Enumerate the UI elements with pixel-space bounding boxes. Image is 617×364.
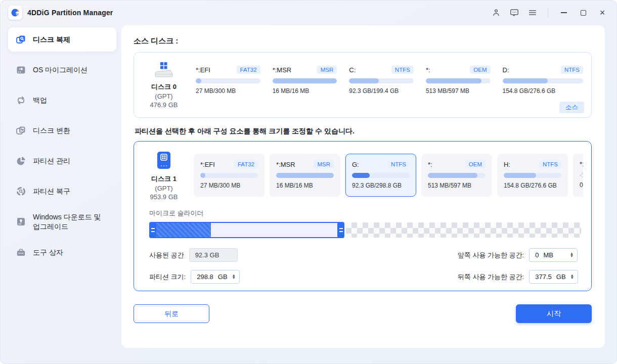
app-title: 4DDiG Partition Manager: [27, 9, 113, 17]
filesystem-badge: FAT32: [237, 66, 260, 74]
partition-label: *:: [426, 66, 430, 74]
filesystem-badge: NTFS: [539, 160, 561, 168]
filesystem-badge: OEM: [465, 160, 486, 168]
partition-label: G:: [352, 161, 359, 168]
menu-icon[interactable]: [527, 8, 538, 18]
windows-update-icon: [15, 216, 26, 228]
size-fields: 사용된 공간 92.3 GB 파티션 크기: 298.8 GB ▲▼: [142, 248, 583, 284]
partition-usage-text: 92.3 GB/298.8 GB: [352, 182, 410, 189]
source-badge: 소스: [559, 102, 584, 113]
partition-label: *:: [428, 161, 432, 168]
target-disk-card: 디스크 1 (GPT) 953.9 GB *:EFI FAT32 27 MB/3…: [134, 141, 592, 291]
partition-size-label: 파티션 크기:: [149, 272, 186, 282]
source-partition-msr: *:MSR MSR 16 MB/16 MB: [273, 66, 337, 95]
maximize-button[interactable]: [578, 7, 589, 18]
backup-icon: [15, 95, 26, 106]
front-space-input[interactable]: 0 MB ▲▼: [529, 248, 578, 262]
main-content: 소스 디스크 : 디스크 0 (GPT) 476.9 GB: [121, 25, 605, 348]
sidebar-item-label: OS 마이그레이션: [33, 65, 87, 75]
partition-label: D:: [503, 66, 509, 74]
titlebar: 4DDiG Partition Manager: [0, 0, 617, 25]
partition-usage-text: 16 MB/16 MB: [273, 87, 337, 95]
target-partition-oem[interactable]: *: OEM 513 MB/597 MB: [421, 154, 492, 197]
partition-usage-text: 27 MB/300 MB: [200, 182, 258, 189]
partition-label: *:MSR: [276, 161, 295, 168]
used-space-label: 사용된 공간: [149, 251, 184, 260]
slider-unallocated-track: [346, 222, 581, 238]
front-space-label: 앞쪽 사용 가능한 공간:: [458, 251, 524, 260]
sidebar-item-partition-recovery[interactable]: 파티션 복구: [8, 179, 116, 203]
instruction-text: 파티션을 선택한 후 아래 구성 요소를 통해 크기를 조정할 수 있습니다.: [135, 127, 592, 136]
feedback-icon[interactable]: [509, 8, 519, 18]
sidebar-item-backup[interactable]: 백업: [8, 88, 116, 112]
partition-usage-bar: [428, 173, 486, 178]
partition-label: H:: [504, 161, 510, 168]
source-partitions: *:EFI FAT32 27 MB/300 MB *:MSR MSR 16 MB…: [196, 61, 583, 95]
filesystem-badge: MSR: [317, 66, 337, 74]
sidebar-item-label: 파티션 복구: [33, 187, 70, 196]
target-partition-efi[interactable]: *:EFI FAT32 27 MB/300 MB: [194, 154, 265, 197]
disk-clone-icon: [15, 34, 26, 45]
slider-right-handle[interactable]: [337, 222, 344, 238]
partition-label: *:EFI: [196, 66, 210, 74]
target-partition-h[interactable]: H: NTFS 154.8 GB/276.6 GB: [497, 154, 568, 197]
partition-usage-bar: [200, 173, 258, 178]
target-disk-icon: [155, 165, 172, 172]
partition-usage-bar: [276, 173, 334, 178]
partition-label: C:: [349, 66, 356, 74]
sidebar-item-partition-manager[interactable]: 파티션 관리: [8, 149, 116, 173]
os-migration-icon: [15, 64, 26, 75]
filesystem-badge: NTFS: [387, 160, 410, 168]
micro-slider: [149, 222, 581, 238]
target-partition-unallocated[interactable]: *: 0 KB,: [573, 154, 583, 197]
filesystem-badge: OEM: [470, 66, 490, 74]
sidebar-item-disk-convert[interactable]: 디스크 변환: [8, 118, 116, 143]
spinner-icon[interactable]: ▲▼: [232, 275, 236, 279]
partition-usage-bar: [504, 173, 561, 178]
source-partition-oem: *: OEM 513 MB/597 MB: [426, 66, 491, 95]
partition-manager-icon: [15, 155, 26, 166]
sidebar-item-windows-update[interactable]: Windows 다운로드 및 업그레이드: [8, 209, 116, 235]
sidebar-item-disk-clone[interactable]: 디스크 복제: [8, 27, 116, 52]
sidebar-item-os-migration[interactable]: OS 마이그레이션: [8, 58, 116, 82]
target-partitions: *:EFI FAT32 27 MB/300 MB *:MSR MSR: [194, 154, 583, 197]
slider-widget[interactable]: [149, 222, 344, 238]
partition-usage-bar: [503, 78, 584, 83]
titlebar-divider: [548, 8, 548, 17]
partition-usage-text: 513 MB/597 MB: [426, 87, 491, 95]
partition-usage-bar: [196, 78, 260, 83]
partition-recovery-icon: [15, 186, 26, 197]
sidebar: 디스크 복제 OS 마이그레이션: [8, 25, 121, 348]
used-space-input: 92.3 GB: [189, 248, 238, 262]
spinner-icon[interactable]: ▲▼: [570, 275, 574, 279]
partition-size-input[interactable]: 298.8 GB ▲▼: [191, 270, 240, 284]
partition-usage-bar: [349, 78, 414, 83]
sidebar-item-label: 도구 상자: [33, 248, 63, 257]
minimize-button[interactable]: [558, 7, 569, 18]
sidebar-item-toolbox[interactable]: 도구 상자: [8, 241, 116, 265]
partition-usage-text: 16 MB/16 MB: [276, 182, 334, 189]
sidebar-item-label: 디스크 변환: [33, 126, 70, 135]
back-space-input[interactable]: 377.5 GB ▲▼: [529, 270, 578, 284]
filesystem-badge: NTFS: [561, 66, 583, 74]
partition-label: *:: [580, 160, 583, 168]
unallocated-bar: [580, 172, 583, 177]
partition-usage-text: 92.3 GB/199.4 GB: [349, 87, 414, 95]
partition-usage-text: 27 MB/300 MB: [196, 87, 260, 95]
slider-left-handle[interactable]: [149, 222, 156, 238]
back-button[interactable]: 뒤로: [134, 304, 209, 323]
source-partition-efi: *:EFI FAT32 27 MB/300 MB: [196, 66, 260, 95]
target-partition-msr[interactable]: *:MSR MSR 16 MB/16 MB: [270, 154, 340, 197]
disk-name: 디스크 1: [142, 174, 186, 184]
account-icon[interactable]: [491, 8, 501, 18]
start-button[interactable]: 시작: [516, 304, 592, 323]
back-space-label: 뒤쪽 사용 가능한 공간:: [458, 272, 524, 282]
app-window: 4DDiG Partition Manager: [0, 0, 617, 364]
partition-usage-bar: [426, 78, 491, 83]
disk-convert-icon: [15, 125, 26, 136]
spinner-icon[interactable]: ▲▼: [570, 253, 574, 257]
app-logo-icon: [8, 6, 22, 20]
target-partition-g-selected[interactable]: G: NTFS 92.3 GB/298.8 GB: [345, 154, 416, 197]
close-button[interactable]: ×: [597, 7, 608, 18]
slider-used-fill: [150, 223, 211, 237]
